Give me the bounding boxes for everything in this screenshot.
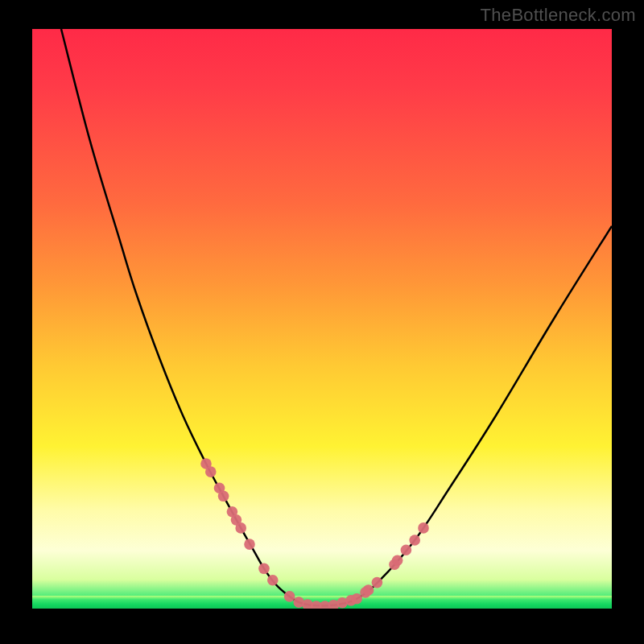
- highlight-dot: [418, 522, 429, 534]
- highlight-dot: [267, 575, 279, 586]
- curve-line: [61, 29, 612, 605]
- watermark-text: TheBottleneck.com: [481, 5, 636, 26]
- bottleneck-curve: [32, 29, 612, 609]
- highlight-dot: [235, 522, 246, 534]
- chart-canvas: TheBottleneck.com: [0, 0, 644, 644]
- plot-area: [32, 29, 612, 609]
- highlight-dot: [401, 544, 412, 555]
- highlight-dot: [351, 593, 362, 605]
- highlight-dots: [200, 458, 429, 609]
- highlight-dot: [258, 564, 270, 575]
- highlight-dot: [372, 577, 383, 588]
- highlight-dot: [392, 555, 403, 566]
- highlight-dot: [363, 584, 374, 596]
- highlight-dot: [409, 535, 420, 546]
- highlight-dot: [218, 491, 229, 502]
- highlight-dot: [205, 466, 217, 477]
- highlight-dot: [284, 591, 295, 602]
- highlight-dot: [244, 539, 255, 550]
